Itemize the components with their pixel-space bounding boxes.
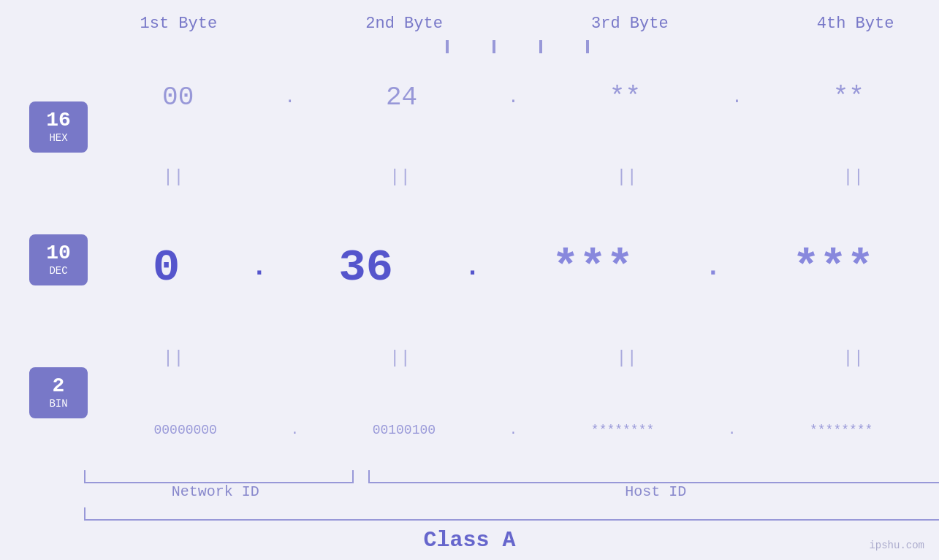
eq2-2: ||	[389, 345, 411, 371]
full-bracket	[84, 507, 939, 521]
bracket-3	[532, 40, 550, 53]
class-label-row: Class A	[29, 528, 910, 553]
dec-dot-2: .	[465, 253, 481, 283]
id-labels-row: Network ID Host ID	[77, 483, 939, 500]
bin-badge: 2 BIN	[29, 367, 88, 418]
hex-badge: 16 HEX	[29, 101, 88, 153]
full-bracket-container	[77, 507, 939, 521]
bin-badge-label: BIN	[49, 398, 67, 410]
bin-val-3: ********	[591, 415, 654, 445]
eq-1: ||	[163, 164, 184, 190]
byte-header-4: 4th Byte	[753, 15, 939, 33]
network-bracket	[84, 470, 354, 483]
bin-dot-1: .	[291, 423, 299, 437]
hex-dot-1: .	[284, 88, 294, 107]
eq-2: ||	[389, 164, 411, 190]
hex-badge-num: 16	[46, 110, 71, 131]
eq2-4: ||	[843, 345, 864, 371]
dec-val-4: ***	[792, 234, 874, 301]
equals-row: || || || ||	[117, 164, 910, 190]
bin-badge-num: 2	[53, 376, 65, 396]
bracket-2	[485, 40, 503, 53]
bracket-1	[438, 40, 456, 53]
bin-val-1: 00000000	[153, 415, 216, 445]
bracket-line-2	[493, 40, 495, 53]
hex-dot-2: .	[508, 88, 518, 107]
hex-dot-3: .	[731, 88, 742, 107]
hex-val-4: **	[833, 75, 864, 120]
class-label: Class A	[423, 528, 515, 553]
host-id-label: Host ID	[354, 483, 939, 500]
network-id-label: Network ID	[77, 483, 354, 500]
bracket-line-3	[539, 40, 542, 53]
hex-row: 00 . 24 . ** . **	[117, 75, 910, 120]
dec-badge-num: 10	[46, 243, 71, 264]
bin-dot-3: .	[728, 423, 736, 437]
dec-val-3: ***	[552, 234, 634, 301]
labels-column: 16 HEX 10 DEC 2 BIN	[29, 53, 117, 467]
byte-header-2: 2nd Byte	[303, 15, 506, 33]
byte-header-3: 3rd Byte	[528, 15, 732, 33]
bin-dot-2: .	[509, 423, 517, 437]
eq-3: ||	[616, 164, 637, 190]
hex-badge-label: HEX	[49, 132, 67, 144]
dec-dot-1: .	[251, 253, 267, 283]
dec-dot-3: .	[705, 253, 721, 283]
bin-val-4: ********	[810, 415, 873, 445]
dec-badge: 10 DEC	[29, 234, 88, 285]
dec-row: 0 . 36 . *** . ***	[117, 234, 910, 301]
bracket-line-4	[586, 40, 589, 53]
eq-4: ||	[843, 164, 864, 190]
hex-val-3: **	[609, 75, 641, 120]
dec-val-2: 36	[339, 234, 393, 301]
main-container: 1st Byte 2nd Byte 3rd Byte 4th Byte 16	[0, 0, 939, 560]
watermark: ipshu.com	[869, 540, 924, 551]
hex-val-2: 24	[386, 75, 417, 120]
equals-row-2: || || || ||	[117, 345, 910, 371]
dec-badge-label: DEC	[49, 265, 67, 277]
eq2-1: ||	[163, 345, 184, 371]
bracket-4	[579, 40, 596, 53]
byte-headers-row: 1st Byte 2nd Byte 3rd Byte 4th Byte	[77, 15, 939, 33]
bottom-brackets-row	[77, 470, 939, 483]
byte-header-1: 1st Byte	[77, 15, 281, 33]
top-brackets	[435, 40, 600, 53]
eq2-3: ||	[616, 345, 637, 371]
bracket-line-1	[446, 40, 449, 53]
bin-val-2: 00100100	[373, 415, 436, 445]
bin-row: 00000000 . 00100100 . ******** . *******…	[117, 415, 910, 445]
content-area: 16 HEX 10 DEC 2 BIN 00 . 24 . ** . **	[29, 53, 910, 467]
dec-val-1: 0	[153, 234, 180, 301]
hex-val-1: 00	[162, 75, 194, 120]
host-bracket	[368, 470, 939, 483]
